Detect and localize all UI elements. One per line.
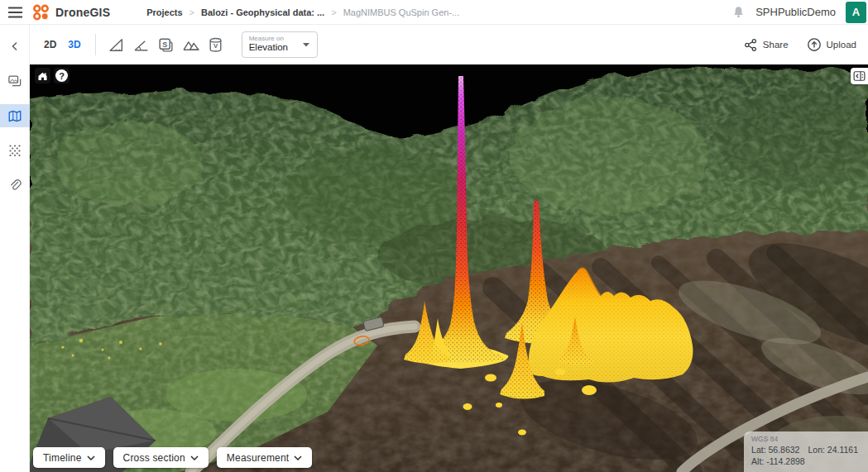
- breadcrumb-project-name[interactable]: Balozi - Geophysical data: ...: [201, 7, 324, 17]
- share-label: Share: [763, 40, 789, 50]
- longitude-value: Lon: 24.1161: [808, 444, 858, 455]
- map-3d-viewport[interactable]: ? Timeline: [30, 64, 868, 472]
- breadcrumb-separator: >: [189, 7, 194, 17]
- measure-angle-button[interactable]: [129, 32, 154, 57]
- home-icon: [37, 71, 48, 81]
- panel-toggle-icon: [853, 70, 866, 82]
- timeline-label: Timeline: [43, 452, 82, 464]
- hamburger-icon: [8, 7, 22, 18]
- measure-area-button[interactable]: S: [154, 32, 179, 57]
- measure-on-value: Elevation: [249, 42, 302, 53]
- help-label: ?: [55, 69, 68, 82]
- header-right-group: SPHPublicDemo A: [731, 2, 868, 23]
- breadcrumb-dataset-name: MagNIMBUS QuSpin Gen-...: [343, 7, 460, 17]
- dronegis-logo[interactable]: DroneGIS: [31, 3, 110, 21]
- paperclip-icon: [8, 178, 22, 193]
- top-header: DroneGIS Projects > Balozi - Geophysical…: [0, 0, 868, 25]
- measure-profile-button[interactable]: [179, 32, 204, 57]
- notifications-button[interactable]: [731, 5, 746, 20]
- caret-down-icon: [302, 42, 310, 47]
- coordinates-readout: WGS 84 Lat: 56.8632 Lon: 24.1161 Alt: -1…: [744, 431, 868, 472]
- measure-on-dropdown[interactable]: Measure on Elevation: [242, 31, 318, 57]
- left-sidebar: [0, 25, 30, 472]
- sidebar-item-attachments[interactable]: [0, 174, 30, 197]
- logo-text: DroneGIS: [55, 6, 110, 19]
- sidebar-item-media[interactable]: [0, 69, 30, 93]
- breadcrumb-separator: >: [331, 7, 336, 17]
- chevron-down-icon: [190, 455, 199, 460]
- measure-volume-button[interactable]: V: [204, 32, 228, 57]
- username-label[interactable]: SPHPublicDemo: [755, 6, 836, 18]
- measure-distance-button[interactable]: [104, 32, 129, 57]
- sidebar-item-map[interactable]: [0, 104, 30, 127]
- terrain-scene: [30, 64, 868, 472]
- svg-text:V: V: [213, 42, 218, 50]
- altitude-value: Alt: -114.2898: [751, 455, 805, 467]
- map-toolbar: 2D 3D: [30, 25, 868, 64]
- share-icon: [744, 38, 758, 52]
- cross-section-label: Cross section: [123, 452, 185, 464]
- sidebar-collapse-button[interactable]: [0, 35, 30, 58]
- latitude-value: Lat: 56.8632: [751, 444, 799, 455]
- right-panel-toggle-button[interactable]: [851, 68, 868, 84]
- measure-on-label: Measure on: [249, 35, 302, 42]
- cross-section-button[interactable]: Cross section: [113, 447, 209, 468]
- images-icon: [7, 74, 22, 88]
- timeline-button[interactable]: Timeline: [33, 447, 105, 468]
- sidebar-item-pointcloud[interactable]: [0, 139, 30, 162]
- volume-cylinder-icon: V: [207, 36, 224, 54]
- toolbar-divider: [95, 34, 96, 55]
- measurement-label: Measurement: [227, 452, 290, 464]
- bell-icon: [731, 5, 746, 20]
- mountains-icon: [182, 36, 200, 54]
- upload-icon: [807, 37, 822, 52]
- upload-button[interactable]: Upload: [807, 37, 856, 52]
- area-square-icon: S: [157, 36, 175, 54]
- chevron-left-icon: [10, 41, 20, 51]
- chevron-down-icon: [294, 455, 302, 460]
- upload-label: Upload: [827, 40, 856, 50]
- breadcrumb-projects[interactable]: Projects: [146, 7, 182, 17]
- bottom-toolbar: Timeline Cross section Measurement: [33, 447, 312, 468]
- chevron-down-icon: [87, 455, 95, 460]
- help-button[interactable]: ?: [54, 68, 70, 83]
- map-icon: [7, 109, 22, 123]
- share-button[interactable]: Share: [744, 38, 789, 52]
- dots-grid-icon: [8, 144, 22, 157]
- measurement-button[interactable]: Measurement: [217, 447, 313, 468]
- breadcrumb: Projects > Balozi - Geophysical data: ..…: [146, 7, 459, 17]
- hamburger-menu-button[interactable]: [0, 7, 30, 18]
- ruler-triangle-icon: [108, 36, 125, 54]
- drone-logo-icon: [31, 3, 50, 21]
- avatar[interactable]: A: [846, 2, 866, 23]
- home-view-button[interactable]: [35, 68, 50, 83]
- datum-label: WGS 84: [751, 435, 858, 443]
- angle-icon: [132, 36, 150, 54]
- dronegis-app: DroneGIS Projects > Balozi - Geophysical…: [0, 0, 868, 472]
- mode-3d-button[interactable]: 3D: [62, 36, 86, 54]
- mode-2d-button[interactable]: 2D: [38, 36, 62, 54]
- svg-text:S: S: [162, 40, 167, 48]
